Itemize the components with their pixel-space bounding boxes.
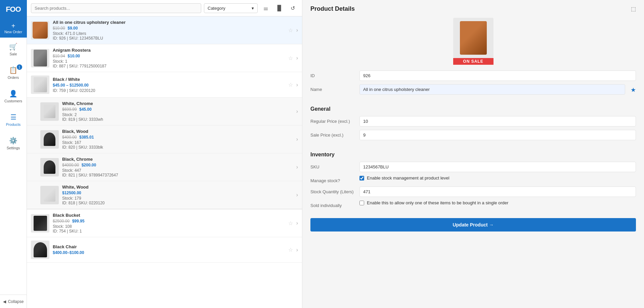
product-item-755[interactable]: Black Chair $400.00–$100.00 ☆ › [27,237,302,263]
variant-info-819: White, Chrome $699.99 $45.00 Stock: 2 ID… [62,101,293,122]
variant-arrow-819: › [296,108,298,114]
product-stock-887: Stock: 1 [53,59,285,64]
manage-stock-checkbox-label: Enable stock management at product level [367,175,449,181]
detail-manage-stock-checkbox-row: Enable stock management at product level [359,175,449,181]
product-thumb-887 [31,49,49,67]
product-item-759[interactable]: Black / White $45.00 – $12500.00 ID: 759… [27,72,302,98]
product-info-887: Anigram Roostera $10.94 $10.00 Stock: 1 … [53,48,285,68]
variant-price-row-818: $12500.00 [62,190,293,195]
star-icon-759[interactable]: ☆ [288,82,293,88]
variant-info-821: Black, Chrome $4000.00 $200.00 Stock: 44… [62,157,293,177]
collapse-label: Collapse [8,299,24,304]
variant-price-old-821: $4000.00 [62,163,79,167]
product-price-new-926: $9.00 [68,26,78,31]
detail-title: Product Details [310,5,355,12]
product-price-new-887: $10.00 [68,54,80,58]
variant-price-new-820: $385.01 [79,135,94,140]
sidebar-item-orders-label: Orders [8,75,19,80]
product-name-754: Black Bucket [53,213,285,218]
barcode-icon[interactable]: ▐▌ [274,3,285,13]
variant-stock-821: Stock: 447 [62,168,293,173]
product-item-887[interactable]: Anigram Roostera $10.94 $10.00 Stock: 1 … [27,44,302,72]
detail-id-label: ID [310,70,354,78]
detail-name-row: Name All in one citrus upholstery cleane… [310,84,636,95]
variant-arrow-820: › [296,136,298,142]
on-sale-badge: ON SALE [453,58,493,65]
sidebar-item-settings[interactable]: ⚙️ Settings [0,132,27,155]
arrow-icon-755: › [296,247,298,253]
product-name-755: Black Chair [53,244,285,249]
product-price-range-755: $400.00–$100.00 [53,250,84,255]
star-icon-926[interactable]: ☆ [288,27,293,34]
required-star-icon: ★ [631,84,636,94]
variant-item-820[interactable]: Black, Wood $400.00 $385.01 Stock: 167 I… [27,125,302,153]
new-order-button[interactable]: + New Order [0,19,27,38]
sidebar-item-customers[interactable]: 👤 Customers [0,85,27,108]
product-price-row-926: $10.00 $9.00 [53,25,285,31]
detail-sku-label: SKU [310,162,354,169]
sold-individually-checkbox[interactable] [359,201,364,205]
refresh-icon[interactable]: ↺ [287,3,298,13]
search-bar: Category ▾ ⚌ ▐▌ ↺ [27,0,302,16]
variant-item-821[interactable]: Black, Chrome $4000.00 $200.00 Stock: 44… [27,153,302,181]
main-area: Category ▾ ⚌ ▐▌ ↺ All in one citrus upho… [27,0,644,308]
category-select[interactable]: Category ▾ [204,3,258,13]
sidebar-item-products-label: Products [6,122,20,126]
collapse-icon: ◀ [3,299,6,304]
sidebar: FOO + New Order 🛒 Sale 📋 Orders 1 👤 Cust… [0,0,27,308]
arrow-icon-926: › [296,27,298,33]
product-stock-754: Stock: 108 [53,224,285,229]
detail-regular-price-value[interactable]: 10 [359,116,636,126]
variant-price-new-818: $12500.00 [62,191,81,195]
product-item-754[interactable]: Black Bucket $2500.00 $99.95 Stock: 108 … [27,209,302,237]
variant-item-818[interactable]: White, Wood $12500.00 Stock: 179 ID: 818… [27,181,302,209]
detail-stock-qty-value[interactable]: 471 [359,187,636,197]
external-link-icon[interactable]: ⬚ [631,6,636,12]
search-input[interactable] [31,3,201,13]
product-price-old-887: $10.94 [53,54,65,58]
sidebar-item-products[interactable]: ☰ Products [0,108,27,132]
filter-icon[interactable]: ⚌ [260,3,271,13]
update-product-button[interactable]: Update Product → [310,218,636,232]
product-price-range-759: $45.00 – $12500.00 [53,83,89,88]
variant-meta-819: ID: 819 | SKU: 3333wh [62,117,293,122]
star-icon-755[interactable]: ☆ [288,247,293,253]
variant-price-new-821: $200.00 [82,163,96,167]
variant-name-819: White, Chrome [62,101,293,106]
variant-thumb-821 [40,158,59,176]
variant-name-820: Black, Wood [62,129,293,134]
detail-general-section: General Regular Price (excl.) 10 Sale Pr… [302,102,644,148]
detail-name-value[interactable]: All in one citrus upholstery cleaner [359,84,625,95]
detail-sale-price-value[interactable]: 9 [359,130,636,140]
detail-inventory-section: Inventory SKU 1234567BLU Manage stock? E… [302,148,644,215]
variant-stock-820: Stock: 167 [62,140,293,145]
product-meta-754: ID: 754 | SKU: 1 [53,229,285,234]
variant-meta-818: ID: 818 | SKU: 0220120 [62,201,293,205]
star-icon-887[interactable]: ☆ [288,55,293,61]
sidebar-item-settings-label: Settings [7,146,20,150]
product-price-old-754: $2500.00 [53,219,70,223]
sidebar-item-orders[interactable]: 📋 Orders 1 [0,61,27,85]
variant-item-819[interactable]: White, Chrome $699.99 $45.00 Stock: 2 ID… [27,98,302,125]
product-thumb-755 [31,241,49,259]
detail-sku-value[interactable]: 1234567BLU [359,162,636,172]
star-icon-754[interactable]: ☆ [288,220,293,226]
product-price-row-754: $2500.00 $99.95 [53,218,285,223]
product-detail-image [453,18,493,58]
manage-stock-checkbox[interactable] [359,176,364,181]
variant-thumb-820 [40,130,59,149]
sold-individually-checkbox-label: Enable this to allow only one of these i… [367,200,508,205]
detail-header: Product Details ⬚ [302,0,644,15]
product-list: All in one citrus upholstery cleaner $10… [27,16,302,308]
product-info-754: Black Bucket $2500.00 $99.95 Stock: 108 … [53,213,285,234]
detail-name-label: Name [310,84,354,92]
sidebar-item-sale[interactable]: 🛒 Sale [0,38,27,61]
detail-inventory-title: Inventory [310,152,636,158]
collapse-button[interactable]: ◀ Collapse [0,295,27,308]
product-price-new-754: $99.95 [72,219,85,223]
variant-thumb-819 [40,102,59,121]
product-item-926[interactable]: All in one citrus upholstery cleaner $10… [27,16,302,44]
variant-arrow-821: › [296,164,298,170]
detail-sku-row: SKU 1234567BLU [310,162,636,172]
category-label: Category [208,6,225,11]
